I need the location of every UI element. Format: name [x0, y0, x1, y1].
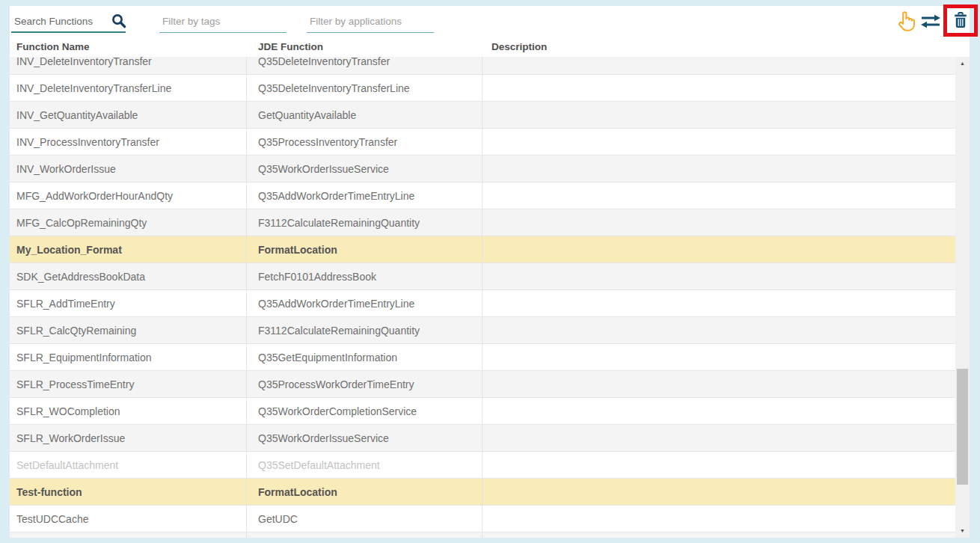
search-input[interactable]: [11, 10, 126, 31]
cell-function-name: SFLR_WorkOrderIssue: [10, 425, 247, 451]
cell-jde-function: GetQuantityAvailable: [247, 102, 483, 128]
table-row[interactable]: TestUDCCacheGetUDC: [10, 506, 955, 533]
cell-function-name: INV_GetQuantityAvailable: [10, 102, 247, 128]
search-icon[interactable]: [111, 13, 127, 32]
cell-function-name: SFLR_AddTimeEntry: [10, 290, 247, 316]
filter-tags-input[interactable]: [159, 10, 287, 32]
table-body: INV_DeleteInventoryTransferQ35DeleteInve…: [10, 57, 955, 538]
cell-function-name: SetDefaultAttachment: [10, 452, 247, 478]
cell-description: [483, 371, 955, 397]
cell-jde-function: F3112CalculateRemainingQuantity: [247, 209, 483, 236]
table-row[interactable]: INV_WorkOrderIssueQ35WorkOrderIssueServi…: [10, 156, 955, 182]
table-row[interactable]: [10, 533, 955, 538]
table-row[interactable]: SFLR_ProcessTimeEntryQ35ProcessWorkOrder…: [10, 371, 955, 398]
cell-function-name: SFLR_ProcessTimeEntry: [10, 371, 247, 397]
cell-function-name: SFLR_CalcQtyRemaining: [10, 317, 247, 343]
cell-jde-function: FetchF0101AddressBook: [247, 263, 483, 289]
cell-description: [483, 102, 955, 128]
cell-jde-function: Q35WorkOrderCompletionService: [247, 398, 483, 424]
cell-description: [483, 75, 955, 101]
column-header-description: Description: [483, 41, 970, 52]
cell-function-name: INV_ProcessInventoryTransfer: [10, 129, 247, 155]
cell-function-name: INV_DeleteInventoryTransfer: [10, 57, 247, 74]
cell-description: [483, 317, 955, 343]
cell-function-name: SFLR_WOCompletion: [10, 398, 247, 424]
annotation-highlight-box: [943, 4, 978, 37]
table-row[interactable]: INV_DeleteInventoryTransferLineQ35Delete…: [10, 75, 955, 102]
table-row[interactable]: MFG_CalcOpRemainingQtyF3112CalculateRema…: [10, 209, 955, 236]
cell-function-name: SDK_GetAddressBookData: [10, 263, 247, 289]
table-row[interactable]: MFG_AddWorkOrderHourAndQtyQ35AddWorkOrde…: [10, 182, 955, 209]
cell-function-name: INV_WorkOrderIssue: [10, 156, 247, 182]
cell-description: [483, 57, 955, 74]
table-row[interactable]: Test-functionFormatLocation: [10, 479, 955, 506]
filter-applications-input[interactable]: [307, 10, 434, 32]
swap-arrows-icon[interactable]: [919, 13, 942, 33]
cell-jde-function: Q35DeleteInventoryTransfer: [247, 57, 483, 74]
cell-jde-function: Q35WorkOrderIssueService: [247, 425, 483, 451]
search-field: [11, 10, 126, 33]
cell-function-name: TestUDCCache: [10, 506, 247, 532]
table-row[interactable]: INV_ProcessInventoryTransferQ35ProcessIn…: [10, 129, 955, 156]
cell-function-name: My_Location_Format: [10, 236, 247, 263]
table-row[interactable]: INV_GetQuantityAvailableGetQuantityAvail…: [10, 102, 955, 129]
cell-jde-function: Q35AddWorkOrderTimeEntryLine: [247, 182, 483, 209]
cell-jde-function: FormatLocation: [247, 236, 483, 263]
toolbar: [10, 6, 970, 36]
cell-jde-function: Q35ProcessWorkOrderTimeEntry: [247, 371, 483, 397]
cell-jde-function: GetUDC: [247, 506, 483, 532]
hand-pointer-icon[interactable]: [895, 10, 916, 36]
cell-description: [483, 209, 955, 236]
cell-description: [483, 263, 955, 289]
column-header-jde-function: JDE Function: [247, 41, 483, 52]
cell-function-name: [10, 533, 247, 538]
cell-function-name: INV_DeleteInventoryTransferLine: [10, 75, 247, 101]
cell-function-name: MFG_CalcOpRemainingQty: [10, 209, 247, 236]
cell-jde-function: Q35WorkOrderIssueService: [247, 156, 483, 182]
cell-description: [483, 479, 955, 505]
table-scroll-viewport: INV_DeleteInventoryTransferQ35DeleteInve…: [10, 57, 955, 538]
cell-function-name: Test-function: [10, 479, 247, 505]
table-row[interactable]: SFLR_WOCompletionQ35WorkOrderCompletionS…: [10, 398, 955, 425]
table-row[interactable]: SFLR_CalcQtyRemainingF3112CalculateRemai…: [10, 317, 955, 344]
filter-tags-field: [159, 10, 287, 33]
cell-jde-function: Q35DeleteInventoryTransferLine: [247, 75, 483, 101]
cell-description: [483, 290, 955, 316]
table-row[interactable]: INV_DeleteInventoryTransferQ35DeleteInve…: [10, 57, 955, 75]
table-row[interactable]: My_Location_FormatFormatLocation: [10, 236, 955, 263]
cell-function-name: SFLR_EquipmentInformation: [10, 344, 247, 370]
scrollbar-down-arrow-icon[interactable]: ▼: [955, 524, 970, 536]
scrollbar-thumb[interactable]: [957, 369, 968, 485]
cell-description: [483, 344, 955, 370]
cell-jde-function: Q35SetDefaultAttachment: [247, 452, 483, 478]
table-row[interactable]: SFLR_EquipmentInformationQ35GetEquipment…: [10, 344, 955, 371]
vertical-scrollbar[interactable]: ▲ ▼: [955, 57, 970, 538]
cell-description: [483, 452, 955, 478]
trash-icon[interactable]: [952, 10, 970, 31]
cell-jde-function: F3112CalculateRemainingQuantity: [247, 317, 483, 343]
table-row[interactable]: SDK_GetAddressBookDataFetchF0101AddressB…: [10, 263, 955, 290]
cell-description: [483, 129, 955, 155]
filter-applications-field: [307, 10, 434, 33]
cell-function-name: MFG_AddWorkOrderHourAndQty: [10, 182, 247, 209]
scrollbar-up-arrow-icon[interactable]: ▲: [955, 57, 970, 69]
cell-description: [483, 398, 955, 424]
cell-jde-function: Q35AddWorkOrderTimeEntryLine: [247, 290, 483, 316]
cell-description: [483, 156, 955, 182]
table-row[interactable]: SFLR_WorkOrderIssueQ35WorkOrderIssueServ…: [10, 425, 955, 452]
cell-jde-function: Q35GetEquipmentInformation: [247, 344, 483, 370]
cell-description: [483, 236, 955, 263]
table-row[interactable]: SFLR_AddTimeEntryQ35AddWorkOrderTimeEntr…: [10, 290, 955, 317]
cell-jde-function: Q35ProcessInventoryTransfer: [247, 129, 483, 155]
table-row[interactable]: SetDefaultAttachmentQ35SetDefaultAttachm…: [10, 452, 955, 479]
cell-jde-function: [247, 533, 483, 538]
cell-description: [483, 182, 955, 209]
functions-panel: Function Name JDE Function Description I…: [10, 6, 970, 538]
column-header-function-name: Function Name: [10, 41, 247, 52]
table-header-row: Function Name JDE Function Description: [10, 36, 970, 58]
cell-jde-function: FormatLocation: [247, 479, 483, 505]
cell-description: [483, 506, 955, 532]
cell-description: [483, 425, 955, 451]
cell-description: [483, 533, 955, 538]
